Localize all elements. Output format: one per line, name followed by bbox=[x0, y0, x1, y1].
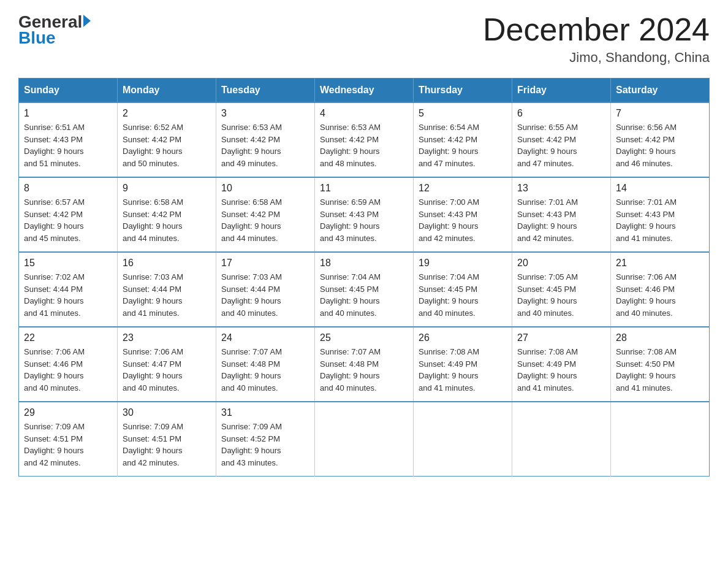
calendar-day-cell bbox=[512, 402, 611, 477]
calendar-day-cell: 8 Sunrise: 6:57 AM Sunset: 4:42 PM Dayli… bbox=[19, 177, 118, 252]
logo-blue-text: Blue bbox=[18, 28, 56, 48]
day-number: 1 bbox=[24, 108, 112, 119]
logo-arrow-icon bbox=[83, 15, 91, 27]
day-info: Sunrise: 7:00 AM Sunset: 4:43 PM Dayligh… bbox=[419, 196, 507, 244]
day-number: 17 bbox=[221, 258, 309, 269]
calendar-day-cell: 9 Sunrise: 6:58 AM Sunset: 4:42 PM Dayli… bbox=[118, 177, 216, 252]
day-number: 23 bbox=[123, 332, 211, 343]
day-info: Sunrise: 6:57 AM Sunset: 4:42 PM Dayligh… bbox=[24, 196, 112, 244]
calendar-day-cell: 28 Sunrise: 7:08 AM Sunset: 4:50 PM Dayl… bbox=[611, 327, 710, 402]
day-number: 28 bbox=[616, 332, 704, 343]
calendar-day-cell: 7 Sunrise: 6:56 AM Sunset: 4:42 PM Dayli… bbox=[611, 102, 710, 177]
day-of-week-header: Friday bbox=[512, 79, 611, 103]
logo: General Blue bbox=[18, 12, 91, 48]
day-number: 13 bbox=[517, 183, 605, 194]
calendar-day-cell: 14 Sunrise: 7:01 AM Sunset: 4:43 PM Dayl… bbox=[611, 177, 710, 252]
day-info: Sunrise: 7:09 AM Sunset: 4:51 PM Dayligh… bbox=[24, 421, 112, 469]
calendar-day-cell: 31 Sunrise: 7:09 AM Sunset: 4:52 PM Dayl… bbox=[216, 402, 315, 477]
calendar-day-cell: 17 Sunrise: 7:03 AM Sunset: 4:44 PM Dayl… bbox=[216, 252, 315, 327]
day-of-week-header: Saturday bbox=[611, 79, 710, 103]
calendar-week-row: 1 Sunrise: 6:51 AM Sunset: 4:43 PM Dayli… bbox=[19, 102, 710, 177]
month-title: December 2024 bbox=[483, 12, 710, 47]
day-info: Sunrise: 7:09 AM Sunset: 4:52 PM Dayligh… bbox=[221, 421, 309, 469]
calendar-header: SundayMondayTuesdayWednesdayThursdayFrid… bbox=[19, 79, 710, 103]
day-info: Sunrise: 6:59 AM Sunset: 4:43 PM Dayligh… bbox=[320, 196, 408, 244]
day-info: Sunrise: 6:55 AM Sunset: 4:42 PM Dayligh… bbox=[517, 121, 605, 169]
location-title: Jimo, Shandong, China bbox=[483, 50, 710, 66]
day-number: 21 bbox=[616, 258, 704, 269]
day-info: Sunrise: 7:06 AM Sunset: 4:46 PM Dayligh… bbox=[24, 346, 112, 394]
day-number: 5 bbox=[419, 108, 507, 119]
calendar-day-cell: 29 Sunrise: 7:09 AM Sunset: 4:51 PM Dayl… bbox=[19, 402, 118, 477]
calendar-day-cell: 27 Sunrise: 7:08 AM Sunset: 4:49 PM Dayl… bbox=[512, 327, 611, 402]
day-number: 9 bbox=[123, 183, 211, 194]
calendar-day-cell: 2 Sunrise: 6:52 AM Sunset: 4:42 PM Dayli… bbox=[118, 102, 216, 177]
day-info: Sunrise: 6:58 AM Sunset: 4:42 PM Dayligh… bbox=[123, 196, 211, 244]
calendar-day-cell: 15 Sunrise: 7:02 AM Sunset: 4:44 PM Dayl… bbox=[19, 252, 118, 327]
day-info: Sunrise: 6:53 AM Sunset: 4:42 PM Dayligh… bbox=[221, 121, 309, 169]
calendar-day-cell: 5 Sunrise: 6:54 AM Sunset: 4:42 PM Dayli… bbox=[414, 102, 512, 177]
calendar-header-row: SundayMondayTuesdayWednesdayThursdayFrid… bbox=[19, 79, 710, 103]
day-info: Sunrise: 7:03 AM Sunset: 4:44 PM Dayligh… bbox=[123, 271, 211, 319]
day-info: Sunrise: 7:07 AM Sunset: 4:48 PM Dayligh… bbox=[221, 346, 309, 394]
calendar-day-cell: 19 Sunrise: 7:04 AM Sunset: 4:45 PM Dayl… bbox=[414, 252, 512, 327]
calendar-day-cell: 11 Sunrise: 6:59 AM Sunset: 4:43 PM Dayl… bbox=[315, 177, 414, 252]
calendar-day-cell: 30 Sunrise: 7:09 AM Sunset: 4:51 PM Dayl… bbox=[118, 402, 216, 477]
day-number: 25 bbox=[320, 332, 408, 343]
calendar-day-cell: 12 Sunrise: 7:00 AM Sunset: 4:43 PM Dayl… bbox=[414, 177, 512, 252]
day-info: Sunrise: 7:08 AM Sunset: 4:50 PM Dayligh… bbox=[616, 346, 704, 394]
day-info: Sunrise: 6:52 AM Sunset: 4:42 PM Dayligh… bbox=[123, 121, 211, 169]
day-info: Sunrise: 7:04 AM Sunset: 4:45 PM Dayligh… bbox=[419, 271, 507, 319]
day-number: 14 bbox=[616, 183, 704, 194]
day-number: 19 bbox=[419, 258, 507, 269]
day-number: 16 bbox=[123, 258, 211, 269]
day-number: 20 bbox=[517, 258, 605, 269]
day-number: 18 bbox=[320, 258, 408, 269]
day-info: Sunrise: 6:53 AM Sunset: 4:42 PM Dayligh… bbox=[320, 121, 408, 169]
day-info: Sunrise: 7:09 AM Sunset: 4:51 PM Dayligh… bbox=[123, 421, 211, 469]
calendar-day-cell: 16 Sunrise: 7:03 AM Sunset: 4:44 PM Dayl… bbox=[118, 252, 216, 327]
day-number: 2 bbox=[123, 108, 211, 119]
calendar-day-cell: 3 Sunrise: 6:53 AM Sunset: 4:42 PM Dayli… bbox=[216, 102, 315, 177]
calendar-day-cell: 21 Sunrise: 7:06 AM Sunset: 4:46 PM Dayl… bbox=[611, 252, 710, 327]
calendar-week-row: 15 Sunrise: 7:02 AM Sunset: 4:44 PM Dayl… bbox=[19, 252, 710, 327]
page-header: General Blue December 2024 Jimo, Shandon… bbox=[18, 12, 710, 66]
day-of-week-header: Tuesday bbox=[216, 79, 315, 103]
day-number: 7 bbox=[616, 108, 704, 119]
day-number: 4 bbox=[320, 108, 408, 119]
calendar-day-cell: 24 Sunrise: 7:07 AM Sunset: 4:48 PM Dayl… bbox=[216, 327, 315, 402]
day-info: Sunrise: 7:01 AM Sunset: 4:43 PM Dayligh… bbox=[517, 196, 605, 244]
day-info: Sunrise: 7:07 AM Sunset: 4:48 PM Dayligh… bbox=[320, 346, 408, 394]
day-info: Sunrise: 7:01 AM Sunset: 4:43 PM Dayligh… bbox=[616, 196, 704, 244]
day-of-week-header: Sunday bbox=[19, 79, 118, 103]
day-number: 15 bbox=[24, 258, 112, 269]
calendar-day-cell: 23 Sunrise: 7:06 AM Sunset: 4:47 PM Dayl… bbox=[118, 327, 216, 402]
calendar-day-cell: 25 Sunrise: 7:07 AM Sunset: 4:48 PM Dayl… bbox=[315, 327, 414, 402]
day-number: 22 bbox=[24, 332, 112, 343]
calendar-day-cell: 20 Sunrise: 7:05 AM Sunset: 4:45 PM Dayl… bbox=[512, 252, 611, 327]
day-info: Sunrise: 7:03 AM Sunset: 4:44 PM Dayligh… bbox=[221, 271, 309, 319]
calendar-day-cell: 18 Sunrise: 7:04 AM Sunset: 4:45 PM Dayl… bbox=[315, 252, 414, 327]
day-number: 30 bbox=[123, 407, 211, 418]
day-info: Sunrise: 6:58 AM Sunset: 4:42 PM Dayligh… bbox=[221, 196, 309, 244]
calendar-day-cell: 6 Sunrise: 6:55 AM Sunset: 4:42 PM Dayli… bbox=[512, 102, 611, 177]
day-info: Sunrise: 7:08 AM Sunset: 4:49 PM Dayligh… bbox=[419, 346, 507, 394]
day-number: 12 bbox=[419, 183, 507, 194]
calendar-day-cell: 26 Sunrise: 7:08 AM Sunset: 4:49 PM Dayl… bbox=[414, 327, 512, 402]
day-info: Sunrise: 6:54 AM Sunset: 4:42 PM Dayligh… bbox=[419, 121, 507, 169]
calendar-body: 1 Sunrise: 6:51 AM Sunset: 4:43 PM Dayli… bbox=[19, 102, 710, 477]
day-number: 29 bbox=[24, 407, 112, 418]
day-of-week-header: Wednesday bbox=[315, 79, 414, 103]
calendar-day-cell: 10 Sunrise: 6:58 AM Sunset: 4:42 PM Dayl… bbox=[216, 177, 315, 252]
day-number: 6 bbox=[517, 108, 605, 119]
day-info: Sunrise: 6:51 AM Sunset: 4:43 PM Dayligh… bbox=[24, 121, 112, 169]
calendar-day-cell bbox=[414, 402, 512, 477]
day-info: Sunrise: 7:02 AM Sunset: 4:44 PM Dayligh… bbox=[24, 271, 112, 319]
calendar-week-row: 22 Sunrise: 7:06 AM Sunset: 4:46 PM Dayl… bbox=[19, 327, 710, 402]
day-info: Sunrise: 6:56 AM Sunset: 4:42 PM Dayligh… bbox=[616, 121, 704, 169]
day-of-week-header: Monday bbox=[118, 79, 216, 103]
day-number: 27 bbox=[517, 332, 605, 343]
day-number: 24 bbox=[221, 332, 309, 343]
calendar-day-cell: 1 Sunrise: 6:51 AM Sunset: 4:43 PM Dayli… bbox=[19, 102, 118, 177]
calendar-week-row: 29 Sunrise: 7:09 AM Sunset: 4:51 PM Dayl… bbox=[19, 402, 710, 477]
